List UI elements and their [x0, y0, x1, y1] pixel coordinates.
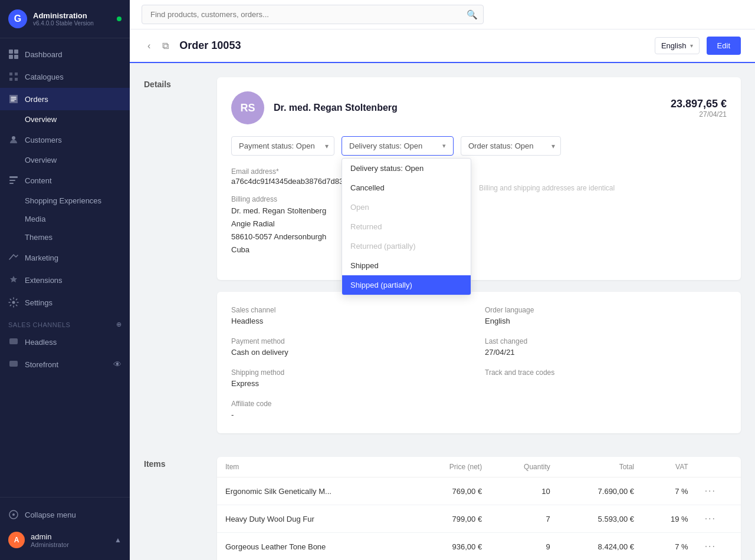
extensions-icon: [8, 275, 19, 285]
payment-method-item: Payment method Cash on delivery: [231, 337, 473, 357]
content-icon: [8, 175, 19, 186]
payment-method-label: Payment method: [231, 337, 473, 345]
sales-channel-item: Sales channel Headless: [231, 306, 473, 325]
sidebar-subitem-orders-overview[interactable]: Overview: [0, 110, 130, 129]
sidebar-subitem-shopping-experiences[interactable]: Shopping Experiences: [0, 192, 130, 210]
status-dot: [117, 17, 122, 21]
affiliate-code-item: Affiliate code -: [231, 400, 473, 419]
search-input[interactable]: [142, 5, 484, 24]
sidebar-item-customers[interactable]: Customers: [0, 129, 130, 151]
collapse-menu-label: Collapse menu: [25, 510, 76, 519]
svg-point-4: [12, 136, 15, 140]
shipping-method-item: Shipping method Express: [231, 368, 473, 388]
language-chevron: ▾: [690, 42, 693, 49]
user-info: admin Administrator: [31, 532, 109, 548]
sidebar-item-extensions[interactable]: Extensions: [0, 269, 130, 291]
track-trace-label: Track and trace codes: [485, 368, 727, 377]
shipping-note-section: Billing and shipping addresses are ident…: [479, 184, 727, 192]
sales-channel-value: Headless: [231, 317, 473, 325]
order-date: 27/04/21: [671, 110, 727, 118]
catalogues-icon: [8, 71, 19, 82]
sidebar-item-orders[interactable]: Orders: [0, 88, 130, 110]
language-selector[interactable]: English ▾: [655, 37, 700, 54]
details-section-title: Details: [144, 80, 203, 89]
svg-rect-6: [9, 180, 15, 181]
user-section[interactable]: A admin Administrator ▲: [0, 526, 130, 554]
item-more-btn-0[interactable]: ···: [705, 486, 716, 496]
svg-point-12: [12, 513, 15, 516]
search-icon[interactable]: 🔍: [467, 9, 478, 20]
payment-status-select[interactable]: Payment status: Open: [231, 136, 334, 156]
search-bar: 🔍: [142, 5, 484, 24]
delivery-status-label: Delivery status: Open: [349, 141, 422, 150]
shipping-note: Billing and shipping addresses are ident…: [479, 184, 727, 192]
sidebar-subitem-themes[interactable]: Themes: [0, 228, 130, 246]
item-actions-1: ···: [697, 505, 741, 533]
payment-status-dropdown[interactable]: Payment status: Open: [231, 136, 334, 156]
sidebar-item-storefront[interactable]: Storefront 👁: [0, 353, 130, 375]
order-status-select[interactable]: Order status: Open: [461, 136, 561, 156]
collapse-menu-btn[interactable]: Collapse menu: [0, 503, 130, 526]
order-language-label: Order language: [485, 306, 727, 314]
details-grid: Email address* a76c4dc91f4345deab3876d7d…: [231, 167, 727, 266]
dropdown-item-shipped[interactable]: Shipped: [342, 256, 471, 275]
svg-rect-9: [9, 338, 18, 344]
sidebar-subitem-customers-overview[interactable]: Overview: [0, 151, 130, 169]
delivery-dropdown-menu: Delivery status: Open Cancelled Open Ret…: [342, 158, 471, 295]
detail-right-col: Billing and shipping addresses are ident…: [479, 167, 727, 266]
items-table-body: Ergonomic Silk Genetically M... 769,00 €…: [217, 477, 741, 560]
item-more-btn-2[interactable]: ···: [705, 541, 716, 552]
dropdown-item-open-header[interactable]: Delivery status: Open: [342, 159, 471, 178]
svg-rect-5: [9, 176, 18, 178]
item-vat-2: 7 %: [642, 533, 697, 560]
marketing-icon: [8, 252, 19, 263]
sidebar-item-settings[interactable]: Settings: [0, 291, 130, 314]
add-sales-channel-icon[interactable]: ⊕: [116, 321, 122, 328]
svg-rect-2: [9, 55, 13, 59]
user-menu-chevron: ▲: [114, 536, 122, 544]
sidebar-item-dashboard[interactable]: Dashboard: [0, 43, 130, 65]
table-row: Heavy Duty Wool Dug Fur 799,00 € 7 5.593…: [217, 505, 741, 533]
dropdown-item-cancelled[interactable]: Cancelled: [342, 178, 471, 197]
item-qty-0: 10: [490, 477, 559, 505]
sidebar-subitem-media[interactable]: Media: [0, 210, 130, 228]
dropdown-item-shipped-partially[interactable]: Shipped (partially): [342, 275, 471, 295]
sidebar-item-catalogues-label: Catalogues: [25, 73, 64, 81]
sidebar-item-orders-label: Orders: [25, 95, 48, 104]
edit-button[interactable]: Edit: [707, 37, 741, 55]
info-grid: Sales channel Headless Order language En…: [231, 306, 727, 419]
delivery-status-select-btn[interactable]: Delivery status: Open ▾: [342, 136, 454, 156]
items-table-header: Item Price (net) Quantity Total VAT: [217, 457, 741, 477]
delivery-status-wrapper: Delivery status: Open ▾ Delivery status:…: [342, 136, 454, 156]
order-status-dropdown[interactable]: Order status: Open: [461, 136, 561, 156]
sidebar-item-content[interactable]: Content: [0, 169, 130, 192]
item-more-btn-1[interactable]: ···: [705, 513, 716, 524]
storefront-visibility-icon: 👁: [113, 360, 122, 369]
page-header: ‹ ⧉ Order 10053 English ▾ Edit: [130, 29, 755, 63]
sidebar-item-catalogues[interactable]: Catalogues: [0, 65, 130, 88]
item-total-1: 5.593,00 €: [559, 505, 642, 533]
col-price: Price (net): [412, 457, 491, 477]
sidebar-item-marketing[interactable]: Marketing: [0, 246, 130, 269]
shipping-method-value: Express: [231, 379, 473, 388]
sidebar-item-headless[interactable]: Headless: [0, 331, 130, 353]
headless-icon: [8, 337, 19, 347]
dashboard-icon: [8, 49, 19, 60]
copy-button[interactable]: ⧉: [159, 38, 172, 54]
affiliate-code-value: -: [231, 410, 473, 419]
item-name-1: Heavy Duty Wool Dug Fur: [217, 505, 412, 533]
sidebar-item-dashboard-label: Dashboard: [25, 50, 63, 59]
back-button[interactable]: ‹: [144, 38, 154, 54]
sidebar-item-headless-label: Headless: [25, 338, 57, 347]
item-actions-0: ···: [697, 477, 741, 505]
settings-icon: [8, 297, 19, 308]
item-total-0: 7.690,00 €: [559, 477, 642, 505]
customer-header: RS Dr. med. Regan Stoltenberg 23.897,65 …: [231, 91, 727, 124]
col-item: Item: [217, 457, 412, 477]
page-title: Order 10053: [179, 39, 648, 52]
item-qty-2: 9: [490, 533, 559, 560]
affiliate-code-label: Affiliate code: [231, 400, 473, 408]
track-trace-item: Track and trace codes: [485, 368, 727, 388]
user-role: Administrator: [31, 541, 109, 548]
svg-rect-1: [14, 50, 18, 54]
